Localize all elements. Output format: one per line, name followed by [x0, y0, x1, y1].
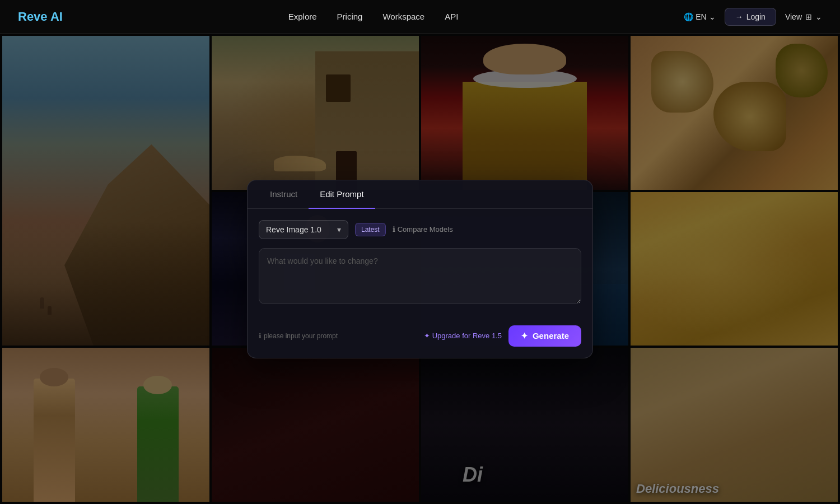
nav-pricing[interactable]: Pricing	[337, 12, 363, 21]
nav-api[interactable]: API	[445, 12, 458, 21]
info-icon: ℹ	[393, 225, 395, 234]
view-button[interactable]: View ⊞ ⌄	[785, 12, 822, 21]
generate-icon: ✦	[521, 331, 528, 341]
upgrade-button[interactable]: ✦ Upgrade for Reve 1.5	[424, 332, 502, 340]
input-hint: ℹ please input your prompt	[259, 332, 338, 340]
model-selector-row: Reve Image 1.0 ▾ Latest ℹ Compare Models	[259, 220, 581, 239]
hint-icon: ℹ	[259, 332, 262, 340]
logo[interactable]: Reve AI	[18, 10, 63, 24]
nav-workspace[interactable]: Workspace	[382, 12, 424, 21]
modal-footer: ℹ please input your prompt ✦ Upgrade for…	[248, 325, 592, 358]
chevron-view-icon: ⌄	[815, 12, 822, 21]
login-icon: →	[735, 12, 743, 21]
model-selector[interactable]: Reve Image 1.0 ▾	[259, 220, 348, 239]
nav-explore[interactable]: Explore	[288, 12, 317, 21]
compare-models-button[interactable]: ℹ Compare Models	[393, 225, 453, 234]
generate-button[interactable]: ✦ Generate	[508, 325, 581, 347]
latest-badge: Latest	[355, 223, 386, 236]
upgrade-icon: ✦	[424, 332, 430, 340]
prompt-textarea[interactable]	[259, 248, 581, 304]
tab-instruct[interactable]: Instruct	[259, 180, 309, 209]
chevron-down-icon: ▾	[337, 225, 341, 234]
navbar-right: 🌐 EN ⌄ → Login View ⊞ ⌄	[684, 8, 822, 26]
grid-icon: ⊞	[805, 12, 812, 21]
footer-right: ✦ Upgrade for Reve 1.5 ✦ Generate	[424, 325, 581, 347]
modal-tabs: Instruct Edit Prompt	[248, 180, 592, 209]
instruct-modal: Instruct Edit Prompt Reve Image 1.0 ▾ La…	[247, 180, 593, 358]
modal-body: Reve Image 1.0 ▾ Latest ℹ Compare Models	[248, 209, 592, 325]
login-button[interactable]: → Login	[725, 8, 776, 26]
main-nav: Explore Pricing Workspace API	[288, 12, 459, 21]
navbar: Reve AI Explore Pricing Workspace API 🌐 …	[0, 0, 840, 34]
model-name: Reve Image 1.0	[266, 225, 321, 234]
language-selector[interactable]: 🌐 EN ⌄	[684, 12, 715, 21]
chevron-down-icon: ⌄	[709, 12, 716, 21]
tab-edit-prompt[interactable]: Edit Prompt	[309, 180, 375, 209]
globe-icon: 🌐	[684, 12, 693, 21]
modal-overlay: Instruct Edit Prompt Reve Image 1.0 ▾ La…	[0, 34, 840, 504]
